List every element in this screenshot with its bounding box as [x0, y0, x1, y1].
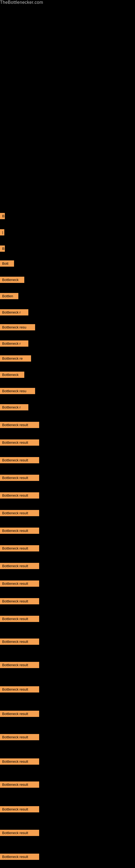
bottleneck-result-item[interactable]: Bott [0, 260, 14, 267]
bottleneck-result-item[interactable]: Bottleneck resu [0, 388, 35, 394]
bottleneck-result-item[interactable]: Bottleneck re [0, 355, 31, 362]
bottleneck-result-item[interactable]: Bottleneck result [0, 581, 39, 587]
bottleneck-result-item[interactable]: Bottleneck result [0, 492, 39, 499]
bottleneck-result-item[interactable]: Bottleneck result [0, 662, 39, 668]
bottleneck-result-item[interactable]: Bottleneck result [0, 563, 39, 569]
bottleneck-result-item[interactable]: Bottleneck result [0, 781, 39, 788]
bottleneck-result-item[interactable]: Bottleneck result [0, 758, 39, 765]
bottleneck-result-item[interactable]: Bottlen [0, 293, 18, 299]
bottleneck-result-item[interactable]: Bottleneck result [0, 545, 39, 552]
bottleneck-result-item[interactable]: Bottleneck result [0, 711, 39, 717]
bottleneck-result-item[interactable]: Bottleneck result [0, 475, 39, 481]
bottleneck-result-item[interactable]: Bottleneck r [0, 404, 28, 410]
bottleneck-result-item[interactable]: Bottleneck result [0, 439, 39, 446]
bottleneck-result-item[interactable]: Bottleneck result [0, 639, 39, 645]
bottleneck-result-item[interactable]: Bottleneck [0, 372, 24, 378]
bottleneck-result-item[interactable]: Bottleneck result [0, 806, 39, 812]
site-title: TheBottlenecker.com [0, 0, 43, 5]
bottleneck-result-item[interactable]: Bottleneck result [0, 457, 39, 463]
bottleneck-result-item[interactable]: B [0, 246, 5, 252]
bottleneck-result-item[interactable]: Bottleneck result [0, 422, 39, 428]
bottleneck-result-item[interactable]: Bottleneck r [0, 309, 28, 315]
bottleneck-result-item[interactable]: B [0, 213, 5, 219]
bottleneck-result-item[interactable]: Bottleneck result [0, 510, 39, 516]
bottleneck-result-item[interactable]: Bottleneck [0, 277, 24, 283]
bottleneck-result-item[interactable]: Bottleneck r [0, 340, 28, 347]
bottleneck-result-item[interactable]: Bottleneck resu [0, 324, 35, 330]
bottleneck-result-item[interactable]: Bottleneck result [0, 686, 39, 692]
bottleneck-result-item[interactable]: Bottleneck result [0, 598, 39, 604]
bottleneck-result-item[interactable]: | [0, 229, 4, 236]
bottleneck-result-item[interactable]: Bottleneck result [0, 616, 39, 622]
bottleneck-result-item[interactable]: Bottleneck result [0, 734, 39, 740]
bottleneck-result-item[interactable]: Bottleneck result [0, 528, 39, 534]
bottleneck-result-item[interactable]: Bottleneck result [0, 854, 39, 860]
bottleneck-result-item[interactable]: Bottleneck result [0, 830, 39, 836]
